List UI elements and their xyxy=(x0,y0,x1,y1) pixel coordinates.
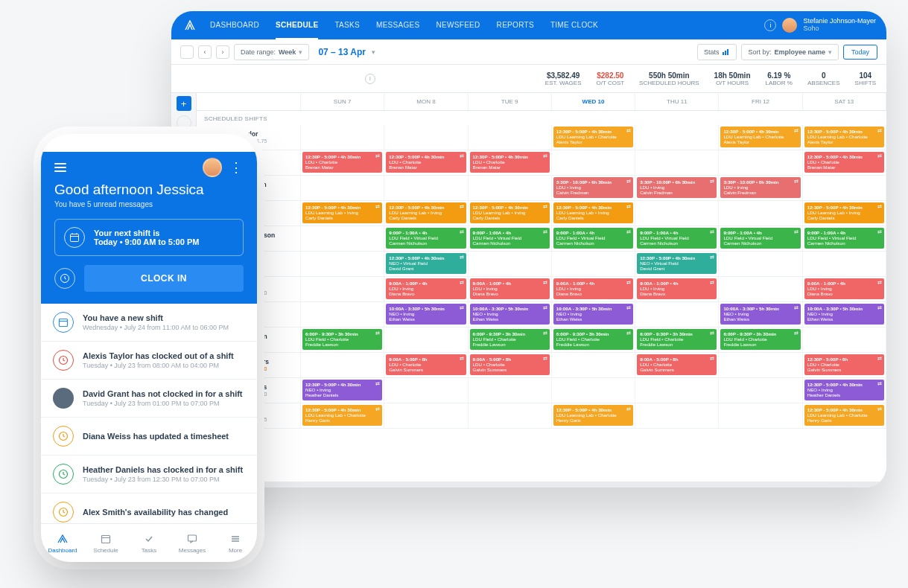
mobile-tab-schedule[interactable]: Schedule xyxy=(84,524,127,562)
schedule-sheet[interactable]: SUN 7MON 8TUE 9WED 10THU 11FRI 12SAT 13 … xyxy=(197,93,886,488)
sort-picker[interactable]: Sort by: Employee name ▾ xyxy=(741,44,839,60)
shift-card[interactable]: ⇄12:30P - 5:00P • 4h 30minLDU Learning L… xyxy=(470,202,550,223)
feed-item[interactable]: Heather Daniels has clocked in for a shi… xyxy=(41,456,257,493)
shift-card[interactable]: ⇄6:00P - 9:30P • 3h 30minLDU Field • Cha… xyxy=(302,329,382,350)
nav-tab-dashboard[interactable]: DASHBOARD xyxy=(210,12,259,39)
mobile-tab-tasks[interactable]: Tasks xyxy=(127,524,171,562)
shift-card[interactable]: ⇄12:30P - 5:00P • 4h 30minLDU Learning L… xyxy=(553,405,633,426)
shift-card[interactable]: ⇄3:30P - 10:00P • 6h 30minLDU • IrvingCa… xyxy=(637,177,717,198)
shift-card[interactable]: ⇄10:00A - 3:30P • 5h 30minNEO • IrvingEt… xyxy=(386,304,466,325)
shift-card[interactable]: ⇄12:30P - 5:00P • 4h 30minLDU Learning L… xyxy=(804,127,884,147)
shift-card[interactable]: ⇄10:00A - 3:30P • 5h 30minNEO • IrvingEt… xyxy=(804,304,884,325)
next-shift-card[interactable]: Your next shift is Today • 9:00 AM to 5:… xyxy=(54,219,244,256)
employee-row: Henry Garix13h 30min • $141.75⇄12:30P - … xyxy=(197,403,886,429)
shift-card[interactable]: ⇄6:00P - 9:30P • 3h 30minLDU Field • Cha… xyxy=(720,329,800,350)
feed-item[interactable]: Alexis Taylor has clocked out of a shift… xyxy=(41,342,257,380)
swap-icon: ⇄ xyxy=(626,229,631,235)
nav-tab-reports[interactable]: REPORTS xyxy=(497,12,534,39)
shift-card[interactable]: ⇄12:30P - 5:00P • 4h 30minLDU • Charlott… xyxy=(470,152,550,173)
shift-card[interactable]: ⇄9:00A - 5:00P • 8hLDU • CharlotteGalvin… xyxy=(386,354,466,375)
shift-card[interactable]: ⇄6:00P - 9:30P • 3h 30minLDU Field • Cha… xyxy=(637,329,717,350)
swap-icon: ⇄ xyxy=(877,356,882,362)
activity-feed[interactable]: You have a new shiftWednesday • July 24 … xyxy=(41,304,257,523)
shift-card[interactable]: ⇄9:00P - 1:00A • 4hLDU Field • Virtual F… xyxy=(720,228,800,249)
select-all-checkbox[interactable] xyxy=(180,45,194,59)
shift-card[interactable]: ⇄6:00P - 9:30P • 3h 30minLDU Field • Cha… xyxy=(553,329,633,350)
day-header[interactable]: MON 8 xyxy=(384,93,468,110)
user-menu[interactable]: Stefanie Johnson-Mayer Soho xyxy=(782,18,876,33)
shift-card[interactable]: ⇄10:00A - 3:30P • 5h 30minNEO • IrvingEt… xyxy=(720,304,800,325)
prev-week-button[interactable]: ‹ xyxy=(198,45,212,59)
shift-card[interactable]: ⇄9:00A - 1:00P • 4hLDU • IrvingDiana Bra… xyxy=(553,278,633,299)
shift-card[interactable]: ⇄12:30P - 5:00P • 4h 30minLDU • Charlott… xyxy=(302,152,382,173)
shift-card[interactable]: ⇄10:00A - 3:30P • 5h 30minNEO • IrvingEt… xyxy=(553,304,633,325)
day-header[interactable]: THU 11 xyxy=(635,93,719,110)
kpi-absences: 0ABSENCES xyxy=(807,71,840,86)
nav-tab-time clock[interactable]: TIME CLOCK xyxy=(550,12,598,39)
shift-card[interactable]: ⇄12:30P - 5:00P • 4h 30minNEO • IrvingHe… xyxy=(302,380,382,400)
toolbar: ‹ › Date range: Week ▾ 07 – 13 Apr ▾ Sta… xyxy=(171,39,886,65)
shift-card[interactable]: ⇄12:30P - 5:00P • 4h 30minLDU Learning L… xyxy=(804,405,884,426)
shift-card[interactable]: ⇄12:30P - 5:00P • 4h 30minLDU Learning L… xyxy=(720,127,800,147)
shift-card[interactable]: ⇄6:00P - 9:30P • 3h 30minLDU Field • Cha… xyxy=(470,329,550,350)
shift-card[interactable]: ⇄12:30P - 5:00P • 4h 30minLDU Learning L… xyxy=(553,202,633,223)
shift-card[interactable]: ⇄9:00A - 5:00P • 8hLDU • CharlotteGalvin… xyxy=(470,354,550,375)
shift-card[interactable]: ⇄12:30P - 5:00P • 4h 30minNEO • Virtual … xyxy=(637,253,717,274)
shift-card[interactable]: ⇄9:00P - 1:00A • 4hLDU Field • Virtual F… xyxy=(553,228,633,249)
mobile-tab-more[interactable]: More xyxy=(214,524,257,562)
nav-tab-messages[interactable]: MESSAGES xyxy=(376,12,420,39)
add-shift-button[interactable]: + xyxy=(177,96,191,111)
today-button[interactable]: Today xyxy=(843,45,877,60)
feed-item[interactable]: You have a new shiftWednesday • July 24 … xyxy=(41,304,257,342)
shift-card[interactable]: ⇄12:30P - 5:00P • 4h 30minNEO • Virtual … xyxy=(386,253,466,274)
shift-card[interactable]: ⇄12:30P - 5:00P • 4h 30minLDU Learning L… xyxy=(804,202,884,223)
kpi-info-icon[interactable]: i xyxy=(365,74,375,84)
nav-tab-schedule[interactable]: SCHEDULE xyxy=(276,12,318,39)
mobile-tab-dashboard[interactable]: Dashboard xyxy=(41,524,84,562)
shift-card[interactable]: ⇄12:30P - 5:00P • 4h 30minLDU Learning L… xyxy=(553,127,633,147)
shift-card[interactable]: ⇄9:00P - 1:00A • 4hLDU Field • Virtual F… xyxy=(637,228,717,249)
swap-icon: ⇄ xyxy=(794,330,799,336)
shift-card[interactable]: ⇄9:00A - 1:00P • 4hLDU • IrvingDiana Bra… xyxy=(386,278,466,299)
shift-card[interactable]: ⇄12:30P - 5:00P • 8hLDU • CharlotteGalvi… xyxy=(804,354,884,375)
nav-tab-newsfeed[interactable]: NEWSFEED xyxy=(436,12,480,39)
shift-card[interactable]: ⇄9:00A - 1:00P • 4hLDU • IrvingDiana Bra… xyxy=(804,278,884,299)
shift-card[interactable]: ⇄12:30P - 5:00P • 4h 30minLDU Learning L… xyxy=(386,202,466,223)
day-header[interactable]: TUE 9 xyxy=(469,93,552,110)
shift-card[interactable]: ⇄9:00A - 1:00P • 4hLDU • IrvingDiana Bra… xyxy=(637,278,717,299)
day-header[interactable]: FRI 12 xyxy=(719,93,802,110)
shift-card[interactable]: ⇄9:00A - 5:00P • 8hLDU • CharlotteGalvin… xyxy=(637,354,717,375)
info-icon[interactable]: i xyxy=(764,19,776,31)
layers-icon[interactable] xyxy=(177,115,191,130)
shift-card[interactable]: ⇄9:00P - 1:00A • 4hLDU Field • Virtual F… xyxy=(470,228,550,249)
shift-card[interactable]: ⇄12:30P - 5:00P • 4h 30minLDU • Charlott… xyxy=(804,152,884,173)
feed-item[interactable]: Diana Weiss has updated a timesheet xyxy=(41,418,257,456)
day-header[interactable]: SAT 13 xyxy=(803,93,886,110)
date-range-value[interactable]: 07 – 13 Apr xyxy=(318,47,366,57)
shift-card[interactable]: ⇄12:30P - 5:00P • 4h 30minNEO • IrvingHe… xyxy=(804,380,884,400)
swap-icon: ⇄ xyxy=(543,356,547,362)
feed-item[interactable]: Alex Smith's availability has changed xyxy=(41,493,257,523)
nav-tab-tasks[interactable]: TASKS xyxy=(334,12,360,39)
day-header[interactable]: WED 10 xyxy=(552,93,635,110)
shift-card[interactable]: ⇄3:30P - 10:00P • 6h 30minLDU • IrvingCa… xyxy=(553,177,633,198)
swap-icon: ⇄ xyxy=(460,204,464,210)
day-header[interactable]: SUN 7 xyxy=(301,93,384,110)
shift-card[interactable]: ⇄9:00P - 1:00A • 4hLDU Field • Virtual F… xyxy=(386,228,466,249)
shift-card[interactable]: ⇄9:00A - 1:00P • 4hLDU • IrvingDiana Bra… xyxy=(470,278,550,299)
shift-card[interactable]: ⇄3:30P - 10:00P • 6h 30minLDU • IrvingCa… xyxy=(720,177,800,198)
avatar[interactable] xyxy=(203,158,222,177)
shift-card[interactable]: ⇄9:00P - 1:00A • 4hLDU Field • Virtual F… xyxy=(804,228,884,249)
shift-card[interactable]: ⇄12:30P - 5:00P • 4h 30minLDU Learning L… xyxy=(302,202,382,223)
shift-card[interactable]: ⇄10:00A - 3:30P • 5h 30minNEO • IrvingEt… xyxy=(470,304,550,325)
next-week-button[interactable]: › xyxy=(216,45,229,59)
stats-button[interactable]: Stats xyxy=(697,44,737,60)
shift-card[interactable]: ⇄12:30P - 5:00P • 4h 30minLDU • Charlott… xyxy=(386,152,466,173)
menu-icon[interactable] xyxy=(54,163,66,172)
clock-in-button[interactable]: CLOCK IN xyxy=(84,265,244,292)
desktop-app: DASHBOARDSCHEDULETASKSMESSAGESNEWSFEEDRE… xyxy=(171,11,886,488)
shift-card[interactable]: ⇄12:30P - 5:00P • 4h 30minLDU Learning L… xyxy=(302,405,382,426)
date-range-picker[interactable]: Date range: Week ▾ xyxy=(234,44,309,60)
mobile-tab-messages[interactable]: Messages xyxy=(171,524,214,562)
feed-item[interactable]: David Grant has not clocked in for a shi… xyxy=(41,380,257,418)
